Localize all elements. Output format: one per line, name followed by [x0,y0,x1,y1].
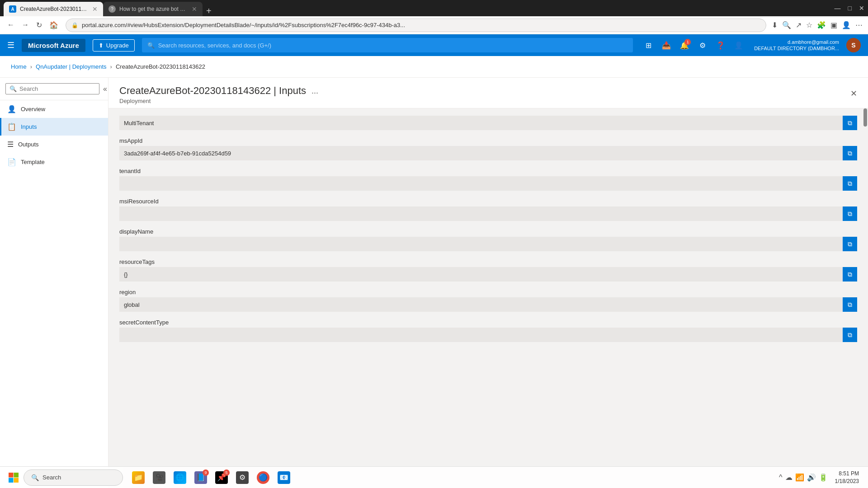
systray-wifi[interactable]: 📶 [795,473,804,482]
input-row-secretcontenttype: ⧉ [119,328,857,342]
refresh-button[interactable]: ↻ [34,19,44,31]
azure-topnav: ☰ Microsoft Azure ⬆ Upgrade 🔍 ⊞ 📥 🔔 1 ⚙ … [0,34,868,56]
feedback-icon[interactable]: 👤 [731,37,747,53]
taskbar-app-sticky[interactable]: 📌 5 [212,468,231,488]
sidebar-toggle-icon[interactable]: ▣ [830,21,837,29]
sidebar-item-inputs[interactable]: 📋 Inputs [0,118,108,136]
copy-button-displayname[interactable]: ⧉ [843,237,857,251]
copy-button-msiresourceid[interactable]: ⧉ [843,206,857,221]
cloud-shell-icon[interactable]: ⊞ [640,37,656,53]
maximize-icon[interactable]: □ [848,5,852,12]
favorites-icon[interactable]: ☆ [806,21,812,29]
copy-button-resourcetags[interactable]: ⧉ [843,267,857,282]
taskbar-app-settings[interactable]: ⚙ [232,468,252,488]
start-button[interactable] [5,469,22,486]
share-icon[interactable]: ↗ [796,21,802,29]
input-value-secretcontenttype[interactable] [119,328,843,342]
settings-icon[interactable]: ⚙ [694,37,711,53]
upgrade-button[interactable]: ⬆ Upgrade [93,39,135,52]
taskbar-search-box[interactable]: 🔍 Search [24,469,123,486]
taskbar-app-outlook[interactable]: 📧 [274,468,294,488]
tab-close-inactive[interactable]: ✕ [192,5,197,13]
input-value-resourcetags[interactable] [119,267,843,282]
user-email: d.ambhore@gmail.com [788,39,839,45]
input-value-0[interactable] [119,116,843,130]
input-label-secretcontenttype: secretContentType [119,319,857,326]
input-label-tenantid: tenantId [119,168,857,174]
browser-titlebar: A CreateAzureBot-20230118143622 ✕ ? How … [0,0,868,16]
search-page-icon[interactable]: 🔍 [782,21,791,29]
taskbar-app-teams[interactable]: 📘 9 [191,468,211,488]
input-value-region[interactable] [119,297,843,312]
input-value-msiresourceid[interactable] [119,206,843,221]
sidebar-item-template[interactable]: 📄 Template [0,153,108,171]
copy-button-region[interactable]: ⧉ [843,297,857,312]
sidebar-item-overview[interactable]: 👤 Overview [0,100,108,118]
page-close-button[interactable]: ✕ [850,89,857,99]
sidebar: 🔍 « 👤 Overview 📋 Inputs ☰ Outputs 📄 Temp… [0,78,108,488]
notifications-icon[interactable]: 🔔 1 [676,37,693,53]
outlook-icon: 📧 [278,471,290,484]
input-group-region: region ⧉ [119,289,857,312]
systray: ^ ☁ 📶 🔊 🔋 [779,473,828,482]
menu-icon[interactable]: ⋯ [855,21,863,29]
minimize-icon[interactable]: — [835,5,841,12]
forward-button[interactable]: → [20,19,31,31]
copy-button-0[interactable]: ⧉ [843,116,857,130]
sidebar-item-outputs[interactable]: ☰ Outputs [0,136,108,153]
hamburger-menu[interactable]: ☰ [7,40,14,50]
profile-icon[interactable]: 👤 [842,21,851,29]
input-value-msappid[interactable] [119,146,843,160]
tab-add-button[interactable]: + [206,6,212,16]
systray-sound[interactable]: 🔊 [807,473,816,482]
main-content: 🔍 « 👤 Overview 📋 Inputs ☰ Outputs 📄 Temp… [0,78,868,488]
address-bar[interactable]: 🔒 portal.azure.com/#view/HubsExtension/D… [66,19,766,32]
window-controls: — □ ✕ [835,5,864,12]
taskbar-app-edge[interactable]: 🌐 [170,468,190,488]
sidebar-search-container[interactable]: 🔍 [5,83,99,94]
page-title-row: CreateAzureBot-20230118143622 | Inputs .… [119,85,857,97]
systray-battery[interactable]: 🔋 [819,473,828,482]
copy-button-secretcontenttype[interactable]: ⧉ [843,328,857,342]
breadcrumb-deployments[interactable]: QnAupdater | Deployments [36,63,107,70]
input-value-tenantid[interactable] [119,176,843,191]
azure-search-bar[interactable]: 🔍 [142,38,633,52]
svg-rect-0 [9,473,14,478]
breadcrumb-home[interactable]: Home [11,63,27,70]
teams-badge: 9 [203,469,209,476]
copy-button-msappid[interactable]: ⧉ [843,146,857,160]
extensions-icon[interactable]: 🧩 [817,21,826,29]
user-avatar[interactable]: S [846,38,861,52]
systray-chevron[interactable]: ^ [779,474,783,482]
inputs-icon: 📋 [7,122,16,131]
inputs-content: ⧉ msAppId ⧉ tenantId ⧉ [108,108,868,488]
input-value-displayname[interactable] [119,237,843,251]
taskbar-app-chrome[interactable]: 🔵 [253,468,273,488]
taskbar-search-text: Search [42,474,61,481]
back-button[interactable]: ← [5,19,16,31]
camera-icon: 🎥 [153,471,165,484]
input-label-msappid: msAppId [119,137,857,144]
azure-search-input[interactable] [158,42,627,49]
help-icon[interactable]: ❓ [712,37,729,53]
browser-tab-inactive[interactable]: ? How to get the azure bot passw... ✕ [103,2,203,16]
copy-button-tenantid[interactable]: ⧉ [843,176,857,191]
systray-cloud[interactable]: ☁ [785,473,793,482]
browser-tab-active[interactable]: A CreateAzureBot-20230118143622 ✕ [4,2,103,16]
sidebar-search-icon: 🔍 [9,85,17,92]
sidebar-collapse-button[interactable]: « [103,85,107,93]
user-directory: DEFAULT DIRECTORY (DAMBHOR... [754,45,839,52]
taskbar-clock[interactable]: 8:51 PM 1/18/2023 [831,470,863,485]
sidebar-search-input[interactable] [19,85,95,92]
taskbar-app-camera[interactable]: 🎥 [149,468,169,488]
tab-close-active[interactable]: ✕ [92,5,98,13]
more-options-button[interactable]: ... [311,86,318,96]
home-button[interactable]: 🏠 [47,19,60,31]
close-window-icon[interactable]: ✕ [859,5,864,12]
page-title: CreateAzureBot-20230118143622 | Inputs [119,85,306,97]
azure-search-icon: 🔍 [147,42,155,49]
directory-icon[interactable]: 📥 [658,37,675,53]
taskbar-app-files[interactable]: 📁 [128,468,148,488]
download-icon[interactable]: ⬇ [772,21,778,29]
nav-buttons: ← → ↻ 🏠 [5,19,60,31]
